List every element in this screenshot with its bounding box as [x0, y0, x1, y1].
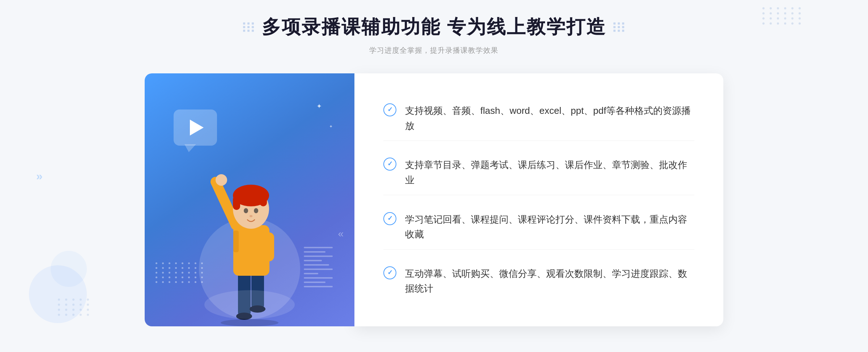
content-area: ✦ ✦ — [145, 73, 723, 326]
feature-text-3: 学习笔记回看、课程提问、课程评论打分、课件资料下载，重点内容收藏 — [405, 212, 694, 242]
page-subtitle: 学习进度全掌握，提升录播课教学效果 — [243, 46, 625, 55]
check-circle-3: ✓ — [383, 212, 396, 225]
check-circle-1: ✓ — [383, 103, 396, 116]
illustration-panel: ✦ ✦ — [145, 73, 354, 326]
check-mark-2: ✓ — [387, 160, 393, 168]
feature-text-4: 互动弹幕、试听购买、微信分享、观看次数限制、学习进度跟踪、数据统计 — [405, 266, 694, 296]
feature-item-3: ✓ 学习笔记回看、课程提问、课程评论打分、课件资料下载，重点内容收藏 — [383, 205, 694, 250]
main-title-container: 多项录播课辅助功能 专为线上教学打造 — [243, 14, 625, 40]
title-dots-left — [243, 22, 255, 32]
floor-light — [204, 290, 295, 319]
content-panel: ✓ 支持视频、音频、flash、word、excel、ppt、pdf等各种格式的… — [354, 73, 723, 326]
feature-item-4: ✓ 互动弹幕、试听购买、微信分享、观看次数限制、学习进度跟踪、数据统计 — [383, 259, 694, 304]
play-icon — [190, 120, 204, 136]
svg-rect-12 — [260, 196, 267, 206]
star-decoration-1: ✦ — [316, 102, 322, 110]
bg-circle-2 — [51, 251, 87, 287]
check-circle-2: ✓ — [383, 158, 396, 171]
title-dots-right — [613, 22, 625, 32]
svg-point-16 — [216, 174, 227, 186]
page-title: 多项录播课辅助功能 专为线上教学打造 — [262, 14, 606, 40]
check-mark-3: ✓ — [387, 214, 393, 222]
header-section: 多项录播课辅助功能 专为线上教学打造 学习进度全掌握，提升录播课教学效果 — [243, 14, 625, 55]
check-mark-1: ✓ — [387, 106, 393, 113]
check-mark-4: ✓ — [387, 269, 393, 276]
svg-rect-11 — [233, 196, 240, 210]
svg-point-0 — [221, 319, 278, 326]
feature-text-2: 支持章节目录、弹题考试、课后练习、课后作业、章节测验、批改作业 — [405, 158, 694, 188]
svg-rect-7 — [264, 232, 274, 261]
illus-chevrons: « — [338, 228, 344, 240]
svg-rect-17 — [233, 231, 239, 252]
feature-item-1: ✓ 支持视频、音频、flash、word、excel、ppt、pdf等各种格式的… — [383, 96, 694, 141]
feature-text-1: 支持视频、音频、flash、word、excel、ppt、pdf等各种格式的资源… — [405, 103, 694, 133]
svg-point-14 — [254, 208, 258, 213]
page-container: » 多项录播课辅助功能 专为线上教学打造 学习进度全掌握，提升录播课教学效果 — [0, 0, 868, 352]
left-arrows-decoration: » — [36, 169, 43, 183]
star-decoration-2: ✦ — [329, 124, 333, 129]
svg-point-13 — [244, 208, 248, 213]
check-circle-4: ✓ — [383, 266, 396, 279]
bg-dots-top-right — [762, 7, 803, 25]
svg-point-15 — [250, 215, 252, 217]
feature-item-2: ✓ 支持章节目录、弹题考试、课后练习、课后作业、章节测验、批改作业 — [383, 150, 694, 195]
